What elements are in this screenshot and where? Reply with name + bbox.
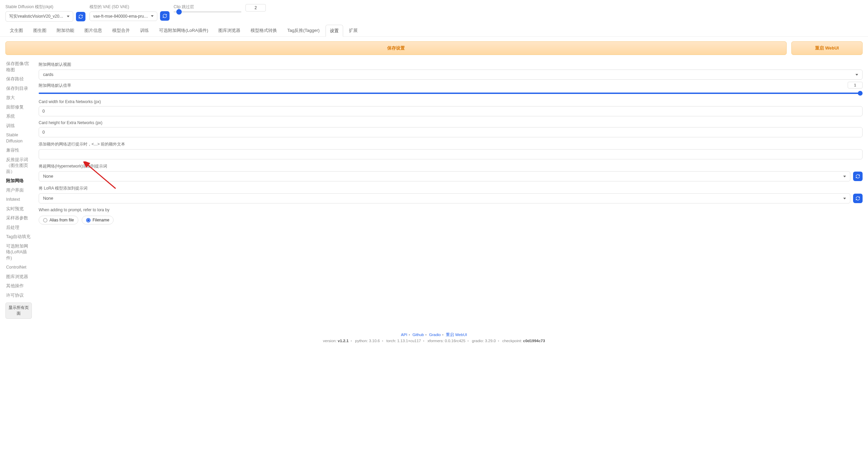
checkpoint-label: checkpoint:: [502, 339, 522, 343]
sidebar-item-9[interactable]: 反推提示词（图生图页面）: [5, 156, 32, 176]
vae-group: 模型的 VAE (SD VAE) vae-ft-mse-840000-ema-p…: [90, 4, 170, 21]
footer-link-gradio[interactable]: Gradio: [429, 333, 441, 337]
tab-5[interactable]: 训练: [136, 24, 153, 36]
sidebar-item-19[interactable]: 图库浏览器: [5, 273, 32, 281]
radio-filename[interactable]: Filename: [82, 216, 114, 224]
footer-link-restart[interactable]: 重启 WebUI: [446, 333, 467, 337]
sidebar-item-15[interactable]: 后处理: [5, 223, 32, 232]
hypernetwork-refresh-button[interactable]: [853, 172, 863, 181]
refresh-icon: [78, 14, 83, 19]
lora-value: None: [43, 196, 53, 201]
tab-11[interactable]: 扩展: [344, 24, 362, 36]
lora-refresh-button[interactable]: [853, 194, 863, 203]
sidebar-item-4[interactable]: 面部修复: [5, 103, 32, 112]
default-mult-value[interactable]: 1: [848, 82, 863, 89]
sidebar-item-16[interactable]: Tag自动填充: [5, 233, 32, 241]
radio-alias-from-file[interactable]: Alias from file: [39, 216, 78, 224]
tab-9[interactable]: Tag反推(Tagger): [283, 24, 324, 36]
clip-label: Clip 跳过层: [174, 4, 241, 10]
xformers-label: xformers:: [428, 339, 444, 343]
card-width-label: Card width for Extra Networks (px): [39, 99, 863, 104]
hypernetwork-label: 将超网络(Hypernetwork)添加到提示词: [39, 163, 863, 169]
slider-thumb[interactable]: [176, 9, 182, 15]
chevron-down-icon: [855, 74, 858, 76]
card-height-input[interactable]: [39, 127, 863, 137]
top-bar: Stable Diffusion 模型(ckpt) 写实\realisticVi…: [0, 0, 868, 24]
ckpt-value: 写实\realisticVisionV20_v20.safetensors [c…: [9, 14, 64, 19]
checkpoint-value: c0d1994c73: [523, 339, 545, 343]
clip-value[interactable]: 2: [245, 4, 266, 12]
sidebar-item-10[interactable]: 附加网络: [5, 177, 32, 185]
radio-alias-label: Alias from file: [50, 218, 74, 222]
python-value: 3.10.6: [369, 339, 380, 343]
refer-lora-label: When adding to prompt, refer to lora by: [39, 208, 863, 212]
sidebar-item-5[interactable]: 系统: [5, 112, 32, 121]
tab-1[interactable]: 图生图: [29, 24, 51, 36]
tab-8[interactable]: 模型格式转换: [246, 24, 281, 36]
tab-2[interactable]: 附加功能: [52, 24, 79, 36]
tab-10[interactable]: 设置: [326, 25, 343, 37]
tab-0[interactable]: 文生图: [5, 24, 27, 36]
show-all-pages-button[interactable]: 显示所有页面: [5, 302, 32, 319]
restart-webui-button[interactable]: 重启 WebUI: [791, 41, 863, 55]
ckpt-refresh-button[interactable]: [76, 12, 85, 21]
clip-group: Clip 跳过层: [174, 4, 241, 13]
settings-panel: 附加网络默认视图 cards 附加网络默认倍率 1 Card width for…: [39, 60, 863, 319]
lora-label: 将 LoRA 模型添加到提示词: [39, 185, 863, 191]
sidebar-item-13[interactable]: 实时预览: [5, 205, 32, 214]
hypernetwork-dropdown[interactable]: None: [39, 171, 850, 181]
lora-dropdown[interactable]: None: [39, 193, 850, 203]
radio-icon: [43, 218, 47, 222]
default-view-label: 附加网络默认视图: [39, 62, 863, 67]
hypernetwork-value: None: [43, 174, 53, 179]
slider-track: [39, 93, 861, 94]
vae-dropdown[interactable]: vae-ft-mse-840000-ema-pruned.safetensors: [90, 12, 157, 21]
sidebar-item-8[interactable]: 兼容性: [5, 146, 32, 155]
version-label: version:: [323, 339, 337, 343]
chevron-down-icon: [67, 16, 70, 17]
footer: API• Github• Gradio• 重启 WebUI version: v…: [0, 327, 868, 348]
clip-slider[interactable]: [174, 11, 241, 13]
refresh-icon: [855, 196, 860, 201]
tab-7[interactable]: 图库浏览器: [214, 24, 245, 36]
settings-sidebar: 保存图像/宫格图保存路径保存到目录放大面部修复系统训练Stable Diffus…: [5, 60, 32, 319]
refer-lora-radio-group: Alias from file Filename: [39, 216, 863, 224]
radio-filename-label: Filename: [93, 218, 109, 222]
radio-icon: [86, 218, 91, 222]
sidebar-item-18[interactable]: ControlNet: [5, 263, 32, 272]
slider-thumb[interactable]: [858, 91, 863, 96]
sidebar-item-1[interactable]: 保存路径: [5, 75, 32, 84]
chevron-down-icon: [151, 15, 154, 17]
tab-3[interactable]: 图片信息: [80, 24, 106, 36]
main-tabs: 文生图图生图附加功能图片信息模型合并训练可选附加网络(LoRA插件)图库浏览器模…: [0, 24, 868, 37]
default-mult-slider[interactable]: [39, 92, 863, 95]
tab-6[interactable]: 可选附加网络(LoRA插件): [155, 24, 213, 36]
vae-refresh-button[interactable]: [160, 11, 170, 21]
sidebar-item-7[interactable]: Stable Diffusion: [5, 131, 32, 145]
sidebar-item-12[interactable]: Infotext: [5, 195, 32, 204]
extra-text-label: 添加额外的网络进行提示时，<...> 前的额外文本: [39, 141, 863, 147]
sidebar-item-2[interactable]: 保存到目录: [5, 84, 32, 93]
ckpt-dropdown[interactable]: 写实\realisticVisionV20_v20.safetensors [c…: [5, 11, 73, 22]
sidebar-item-17[interactable]: 可选附加网络(LoRA插件): [5, 242, 32, 263]
chevron-down-icon: [843, 198, 846, 199]
default-view-dropdown[interactable]: cards: [39, 70, 863, 80]
footer-link-github[interactable]: Github: [412, 333, 424, 337]
refresh-icon: [162, 14, 167, 18]
sidebar-item-3[interactable]: 放大: [5, 94, 32, 102]
refresh-icon: [855, 174, 860, 179]
card-width-input[interactable]: [39, 106, 863, 116]
sidebar-item-14[interactable]: 采样器参数: [5, 214, 32, 223]
vae-label: 模型的 VAE (SD VAE): [90, 4, 170, 10]
sidebar-item-0[interactable]: 保存图像/宫格图: [5, 60, 32, 74]
sidebar-item-20[interactable]: 其他操作: [5, 282, 32, 291]
sidebar-item-21[interactable]: 许可协议: [5, 291, 32, 300]
footer-link-api[interactable]: API: [401, 333, 408, 337]
gradio-value: 3.29.0: [485, 339, 496, 343]
save-settings-button[interactable]: 保存设置: [5, 41, 787, 55]
sidebar-item-11[interactable]: 用户界面: [5, 186, 32, 195]
sidebar-item-6[interactable]: 训练: [5, 122, 32, 131]
tab-4[interactable]: 模型合并: [108, 24, 134, 36]
extra-text-input[interactable]: [39, 149, 863, 159]
vae-value: vae-ft-mse-840000-ema-pruned.safetensors: [93, 14, 148, 19]
